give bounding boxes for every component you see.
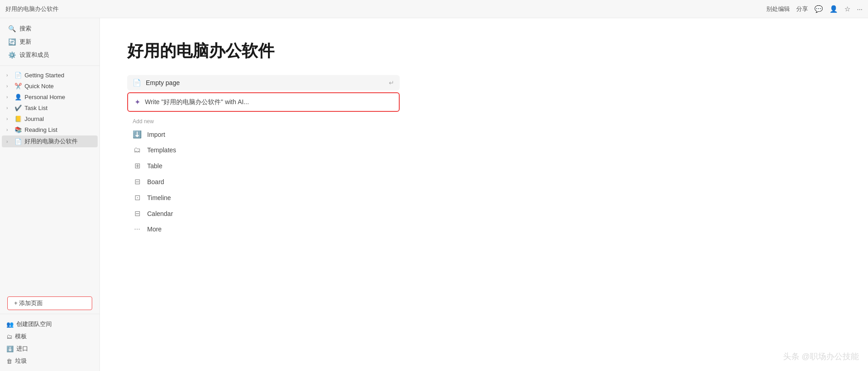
ai-write-label: Write "好用的电脑办公软件" with AI... xyxy=(145,98,249,106)
comment-icon[interactable]: 💬 xyxy=(814,5,823,13)
nav-item-label: 好用的电脑办公软件 xyxy=(25,137,78,145)
nav-item-label: Quick Note xyxy=(25,83,54,90)
more-icon[interactable]: ··· xyxy=(857,5,863,13)
nav-item-label: Task List xyxy=(25,105,48,111)
option-label: Board xyxy=(147,178,164,186)
nav-item-icon: 📚 xyxy=(15,126,22,133)
sidebar-bottom-item-3[interactable]: 🗑 垃圾 xyxy=(2,355,98,367)
search-item[interactable]: 🔍 搜索 xyxy=(2,22,98,35)
sidebar-nav-item-5[interactable]: › 📚 Reading List xyxy=(2,125,98,135)
enter-icon: ↵ xyxy=(389,79,394,86)
sidebar-nav-item-1[interactable]: › ✂️ Quick Note xyxy=(2,81,98,91)
option-item-more[interactable]: ··· More xyxy=(127,221,400,237)
sidebar-bottom-item-1[interactable]: 🗂 模板 xyxy=(2,331,98,342)
bottom-item-icon: 👥 xyxy=(6,321,14,328)
update-label: 更新 xyxy=(20,38,31,46)
update-icon: 🔄 xyxy=(8,38,16,45)
nav-item-icon: 📄 xyxy=(15,138,22,145)
nav-item-label: Reading List xyxy=(25,126,57,133)
nav-item-label: Journal xyxy=(25,115,44,122)
sidebar-nav-item-2[interactable]: › 👤 Personal Home xyxy=(2,92,98,102)
option-label: Table xyxy=(147,162,162,170)
bottom-item-icon: ⬇️ xyxy=(6,346,14,352)
option-icon: ··· xyxy=(133,225,142,233)
star-icon[interactable]: ☆ xyxy=(844,5,850,13)
option-item-templates[interactable]: 🗂 Templates xyxy=(127,142,400,158)
ai-plus-icon: ✦ xyxy=(134,98,140,106)
sidebar-nav-item-6[interactable]: › 📄 好用的电脑办公软件 xyxy=(2,135,98,147)
option-list: 📄 Empty page ↵ ✦ Write "好用的电脑办公软件" with … xyxy=(127,75,400,237)
page-title: 好用的电脑办公软件 xyxy=(127,40,841,62)
update-item[interactable]: 🔄 更新 xyxy=(2,35,98,48)
page-icon: 📄 xyxy=(133,79,141,87)
option-item-calendar[interactable]: ⊟ Calendar xyxy=(127,206,400,221)
sidebar-top-actions: 🔍 搜索 🔄 更新 ⚙️ 设置和成员 xyxy=(0,18,99,66)
option-label: Timeline xyxy=(147,194,171,201)
add-new-label: Add new xyxy=(127,114,400,126)
nav-item-label: Personal Home xyxy=(25,94,65,100)
sidebar-bottom-item-2[interactable]: ⬇️ 进口 xyxy=(2,343,98,355)
add-page-label: + 添加页面 xyxy=(14,299,43,307)
edit-elsewhere-action[interactable]: 别处编辑 xyxy=(766,5,790,13)
topbar-right: 别处编辑 分享 💬 👤 ☆ ··· xyxy=(766,5,863,13)
option-icon: ⊟ xyxy=(133,209,142,218)
option-icon: ⬇️ xyxy=(133,130,142,139)
search-icon: 🔍 xyxy=(8,25,16,32)
main-content: 好用的电脑办公软件 📄 Empty page ↵ ✦ Write "好用的电脑办… xyxy=(100,18,868,371)
bottom-item-icon: 🗑 xyxy=(6,358,12,365)
chevron-icon: › xyxy=(6,116,12,121)
search-label: 搜索 xyxy=(20,25,31,33)
topbar: 好用的电脑办公软件 别处编辑 分享 💬 👤 ☆ ··· xyxy=(0,0,868,18)
chevron-icon: › xyxy=(6,105,12,110)
bottom-item-label: 进口 xyxy=(16,345,28,353)
chevron-icon: › xyxy=(6,84,12,89)
nav-item-icon: 📄 xyxy=(15,72,22,79)
sidebar-nav-item-4[interactable]: › 📒 Journal xyxy=(2,114,98,124)
nav-item-icon: ✂️ xyxy=(15,83,22,90)
nav-item-icon: 👤 xyxy=(15,94,22,100)
option-icon: ⊡ xyxy=(133,193,142,202)
chevron-icon: › xyxy=(6,139,12,144)
bottom-item-label: 模板 xyxy=(15,332,27,341)
option-item-timeline[interactable]: ⊡ Timeline xyxy=(127,190,400,206)
nav-item-label: Getting Started xyxy=(25,72,64,79)
settings-icon: ⚙️ xyxy=(8,51,16,59)
options-container: ⬇️ Import 🗂 Templates ⊞ Table ⊟ Board ⊡ … xyxy=(127,126,400,237)
ai-write-option[interactable]: ✦ Write "好用的电脑办公软件" with AI... xyxy=(127,92,400,112)
layout: 🔍 搜索 🔄 更新 ⚙️ 设置和成员 › 📄 Getting Started ›… xyxy=(0,18,868,371)
settings-label: 设置和成员 xyxy=(20,51,49,59)
chevron-icon: › xyxy=(6,95,12,100)
option-icon: ⊞ xyxy=(133,161,142,170)
option-icon: ⊟ xyxy=(133,177,142,186)
sidebar: 🔍 搜索 🔄 更新 ⚙️ 设置和成员 › 📄 Getting Started ›… xyxy=(0,18,100,371)
add-page-button[interactable]: + 添加页面 xyxy=(7,296,92,310)
topbar-left: 好用的电脑办公软件 xyxy=(5,5,59,13)
empty-page-label: Empty page xyxy=(146,79,180,86)
chevron-icon: › xyxy=(6,73,12,78)
option-label: Import xyxy=(147,131,165,138)
sidebar-nav-item-3[interactable]: › ✔️ Task List xyxy=(2,103,98,113)
add-page-container: + 添加页面 xyxy=(0,293,99,314)
sidebar-nav-item-0[interactable]: › 📄 Getting Started xyxy=(2,70,98,80)
option-item-import[interactable]: ⬇️ Import xyxy=(127,126,400,142)
sidebar-bottom-item-0[interactable]: 👥 创建团队空间 xyxy=(2,318,98,330)
bottom-item-icon: 🗂 xyxy=(6,333,12,340)
option-label: Calendar xyxy=(147,210,173,217)
option-label: More xyxy=(147,226,162,233)
topbar-page-title: 好用的电脑办公软件 xyxy=(5,5,59,13)
nav-item-icon: 📒 xyxy=(15,115,22,122)
bottom-item-label: 创建团队空间 xyxy=(16,320,52,328)
sidebar-nav: › 📄 Getting Started › ✂️ Quick Note › 👤 … xyxy=(0,66,99,293)
share-action[interactable]: 分享 xyxy=(796,5,808,13)
user-icon[interactable]: 👤 xyxy=(829,5,838,13)
option-item-board[interactable]: ⊟ Board xyxy=(127,174,400,190)
option-item-table[interactable]: ⊞ Table xyxy=(127,158,400,174)
chevron-icon: › xyxy=(6,127,12,132)
option-icon: 🗂 xyxy=(133,146,142,154)
empty-page-option[interactable]: 📄 Empty page ↵ xyxy=(127,75,400,90)
option-label: Templates xyxy=(147,146,176,154)
nav-item-icon: ✔️ xyxy=(15,105,22,111)
sidebar-bottom: 👥 创建团队空间 🗂 模板 ⬇️ 进口 🗑 垃圾 xyxy=(0,314,99,371)
bottom-item-label: 垃圾 xyxy=(15,357,27,365)
settings-item[interactable]: ⚙️ 设置和成员 xyxy=(2,49,98,61)
